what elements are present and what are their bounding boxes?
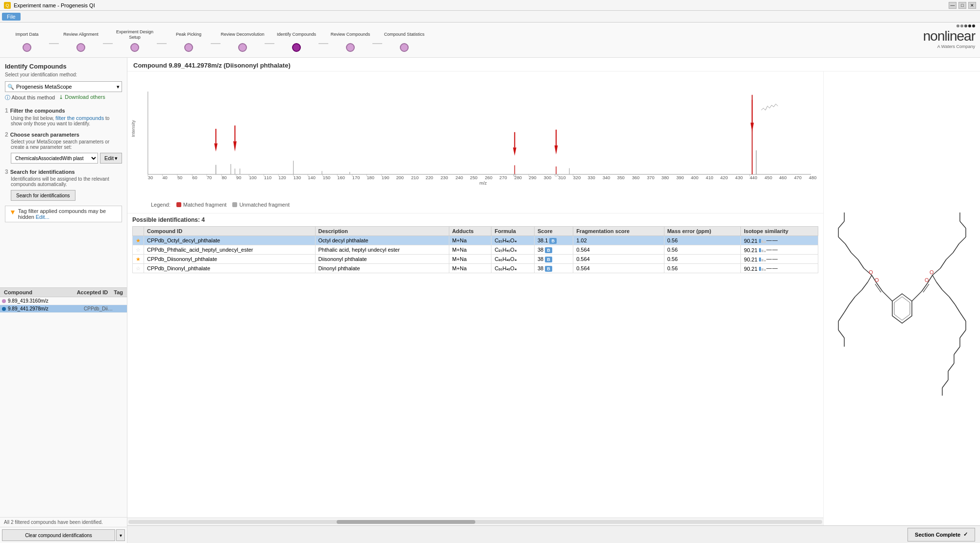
svg-text:70: 70 bbox=[207, 175, 212, 180]
isotope-bar-1: — — bbox=[759, 246, 778, 252]
svg-text:200: 200 bbox=[396, 175, 404, 180]
svg-text:250: 250 bbox=[470, 175, 478, 180]
svg-text:290: 290 bbox=[529, 175, 537, 180]
frag-score-cell-1: 0.564 bbox=[573, 245, 664, 255]
svg-text:190: 190 bbox=[382, 175, 390, 180]
workflow-step-identify[interactable]: Identify Compounds bbox=[274, 28, 318, 52]
workflow-step-design[interactable]: Experiment Design Setup bbox=[113, 28, 157, 52]
menu-bar: File bbox=[0, 11, 980, 23]
results-section: Possible identifications: 4 Compound ID … bbox=[127, 213, 823, 518]
workflow-step-stats[interactable]: Compound Statistics bbox=[382, 28, 426, 52]
workflow-steps: Import Data Review Alignment Experiment … bbox=[5, 28, 975, 52]
compound-id-cell-0: CPPdb_Octyl_decyl_phthalate bbox=[144, 236, 316, 245]
right-panel: Compound 9.89_441.2978m/z (Diisononyl ph… bbox=[127, 58, 980, 543]
file-menu[interactable]: File bbox=[2, 13, 21, 21]
isotope-bar-3: — — bbox=[759, 265, 778, 271]
svg-line-128 bbox=[855, 290, 862, 297]
result-row-3[interactable]: ☆ CPPdb_Dinonyl_phthalate Dinonyl phthal… bbox=[133, 264, 818, 273]
svg-text:160: 160 bbox=[337, 175, 345, 180]
workflow-step-label-design: Experiment Design Setup bbox=[113, 28, 157, 41]
method-select[interactable]: 🔍 Progenesis MetaScope ▾ bbox=[5, 81, 122, 92]
col-score[interactable]: Score bbox=[534, 227, 573, 236]
formula-cell-2: C₂₆H₄₂O₄ bbox=[491, 255, 535, 264]
step-1-title: Filter the compounds bbox=[10, 108, 65, 114]
workflow-dot-deconv bbox=[238, 43, 247, 52]
minimize-button[interactable]: — bbox=[949, 2, 956, 9]
results-table-wrapper[interactable]: Compound ID Description Adducts Formula … bbox=[132, 226, 818, 515]
svg-text:350: 350 bbox=[617, 175, 625, 180]
svg-text:390: 390 bbox=[676, 175, 684, 180]
result-row-1[interactable]: ☆ CPPdb_Phthalic_acid_heptyl_undecyl_est… bbox=[133, 245, 818, 255]
workflow-dot-review-comp bbox=[346, 43, 355, 52]
compound-id-cell-2: CPPdb_Diisononyl_phthalate bbox=[144, 255, 316, 264]
download-others-link[interactable]: ⤓ Download others bbox=[59, 94, 105, 101]
workflow-step-review-align[interactable]: Review Alignment bbox=[59, 28, 103, 52]
app-icon: Q bbox=[4, 2, 11, 9]
workflow-connector-7 bbox=[372, 43, 382, 44]
filter-link[interactable]: filter the compounds bbox=[55, 115, 104, 121]
svg-text:80: 80 bbox=[221, 175, 226, 180]
clear-dropdown-button[interactable]: ▾ bbox=[116, 529, 125, 541]
svg-text:450: 450 bbox=[764, 175, 772, 180]
svg-text:O: O bbox=[930, 269, 934, 275]
formula-cell-0: C₂₅H₄₀O₄ bbox=[491, 236, 535, 245]
maximize-button[interactable]: □ bbox=[958, 2, 966, 9]
param-select[interactable]: ChemicalsAssociatedWith plast bbox=[11, 153, 98, 164]
matched-label: Matched fragment bbox=[183, 202, 227, 208]
col-adducts[interactable]: Adducts bbox=[449, 227, 491, 236]
workflow-step-peak[interactable]: Peak Picking bbox=[167, 28, 211, 52]
svg-line-148 bbox=[942, 380, 948, 388]
workflow-step-label-review-comp: Review Compounds bbox=[331, 28, 370, 41]
svg-text:170: 170 bbox=[352, 175, 360, 180]
col-isotope[interactable]: Isotope similarity bbox=[741, 227, 818, 236]
formula-cell-3: C₂₆H₄₂O₄ bbox=[491, 264, 535, 273]
workflow-step-import[interactable]: Import Data bbox=[5, 28, 49, 52]
legend-matched: Matched fragment bbox=[176, 202, 227, 208]
edit-param-button[interactable]: Edit ▾ bbox=[100, 153, 122, 164]
tag-filter-edit[interactable]: Edit... bbox=[36, 214, 49, 220]
search-identifications-button[interactable]: Search for identifications bbox=[11, 190, 75, 201]
close-button[interactable]: ✕ bbox=[968, 2, 976, 9]
about-method-link[interactable]: ⓘ About this method bbox=[5, 94, 55, 101]
compound-row-0[interactable]: 9.89_419.3160m/z bbox=[0, 297, 127, 305]
compound-row-1[interactable]: 9.89_441.2978m/z CPPdb_Diisono... bbox=[0, 305, 127, 313]
workflow-step-deconv[interactable]: Review Deconvolution bbox=[220, 28, 265, 52]
title-bar: Q Experiment name - Progenesis QI — □ ✕ bbox=[0, 0, 980, 11]
legend-unmatched: Unmatched fragment bbox=[232, 202, 290, 208]
molecule-svg: O O bbox=[833, 196, 971, 401]
score-cell-2: 38 B bbox=[534, 255, 573, 264]
method-select-value: 🔍 Progenesis MetaScope bbox=[7, 84, 72, 90]
svg-line-103 bbox=[858, 260, 864, 268]
mass-error-cell-3: 0.56 bbox=[664, 264, 741, 273]
section-complete-button[interactable]: Section Complete ✓ bbox=[907, 528, 975, 542]
accepted-id-col-header: Accepted ID bbox=[77, 289, 108, 295]
clear-identifications-button[interactable]: Clear compound identifications bbox=[2, 529, 115, 541]
col-mass-error[interactable]: Mass error (ppm) bbox=[664, 227, 741, 236]
horizontal-scrollbar[interactable] bbox=[127, 518, 823, 525]
col-compound-id[interactable]: Compound ID bbox=[144, 227, 316, 236]
col-frag-score[interactable]: Fragmentation score bbox=[573, 227, 664, 236]
col-description[interactable]: Description bbox=[315, 227, 449, 236]
svg-line-98 bbox=[882, 291, 892, 301]
window-controls: — □ ✕ bbox=[949, 2, 976, 9]
matched-color bbox=[176, 202, 181, 207]
scroll-track bbox=[128, 520, 822, 524]
result-row-0[interactable]: ★ CPPdb_Octyl_decyl_phthalate Octyl decy… bbox=[133, 236, 818, 245]
svg-text:300: 300 bbox=[544, 175, 552, 180]
star-cell-2[interactable]: ★ bbox=[133, 255, 144, 264]
isotope-bar-0: — — bbox=[759, 237, 778, 243]
workflow-connector-6 bbox=[318, 43, 328, 44]
unmatched-color bbox=[232, 202, 237, 207]
result-row-2[interactable]: ★ CPPdb_Diisononyl_phthalate Diisononyl … bbox=[133, 255, 818, 264]
isotope-cell-2: 90.21 — — bbox=[741, 255, 818, 264]
workflow-dot-design bbox=[130, 43, 139, 52]
method-select-chevron: ▾ bbox=[117, 84, 120, 90]
col-formula[interactable]: Formula bbox=[491, 227, 535, 236]
workflow-step-review-comp[interactable]: Review Compounds bbox=[328, 28, 372, 52]
score-cell-1: 38 B bbox=[534, 245, 573, 255]
svg-text:110: 110 bbox=[264, 175, 272, 180]
star-cell-3[interactable]: ☆ bbox=[133, 264, 144, 273]
star-cell-0[interactable]: ★ bbox=[133, 236, 144, 245]
svg-text:Intensity: Intensity bbox=[131, 120, 136, 137]
star-cell-1[interactable]: ☆ bbox=[133, 245, 144, 255]
